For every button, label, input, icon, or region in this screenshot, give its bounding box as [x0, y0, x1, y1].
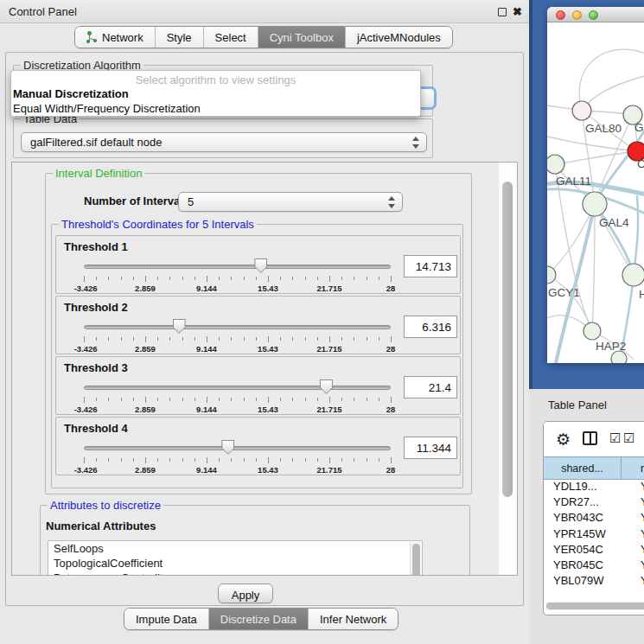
- network-edge[interactable]: [547, 137, 637, 151]
- panel-title: Control Panel: [9, 5, 77, 18]
- tab-label: jActiveMNodules: [357, 31, 441, 44]
- close-traffic-light-icon[interactable]: [556, 10, 565, 20]
- zoom-traffic-light-icon[interactable]: [589, 10, 598, 20]
- attributes-scrollbar-thumb[interactable]: [412, 544, 420, 575]
- main-vertical-scrollbar[interactable]: [499, 163, 517, 575]
- apply-button[interactable]: Apply: [218, 583, 273, 603]
- slider-thumb[interactable]: [320, 379, 333, 394]
- network-node[interactable]: [547, 155, 564, 174]
- tick-mark: [292, 337, 293, 341]
- gear-icon[interactable]: ⚙: [556, 430, 571, 450]
- table-row[interactable]: YBR043CYBR043C: [544, 511, 644, 526]
- tick-mark: [367, 337, 367, 341]
- table-data-combo-value: galFiltered.sif default node: [30, 136, 162, 149]
- tab-style[interactable]: Style: [156, 27, 204, 48]
- tick-label: 21.715: [316, 405, 341, 414]
- network-node[interactable]: [583, 322, 601, 340]
- network-node[interactable]: [547, 266, 556, 284]
- tick-mark: [157, 458, 158, 462]
- number-of-intervals-combo[interactable]: 5: [178, 192, 403, 212]
- table-hscrollbar-thumb[interactable]: [546, 603, 644, 609]
- tick-mark: [207, 397, 207, 403]
- network-edge[interactable]: [592, 204, 595, 331]
- interval-definition-group: Interval Definition Number of Intervals …: [45, 173, 472, 494]
- minimize-traffic-light-icon[interactable]: [572, 10, 582, 20]
- slider-thumb[interactable]: [254, 258, 267, 273]
- column-header[interactable]: name: [622, 456, 644, 480]
- table-row[interactable]: YBL079WYBL079W: [544, 574, 644, 590]
- tick-mark: [84, 457, 85, 463]
- table-row[interactable]: YLR345WYLR345W: [544, 590, 644, 590]
- split-table-icon[interactable]: [583, 431, 597, 445]
- tick-mark: [244, 277, 245, 280]
- attributes-list-scrollbar[interactable]: [410, 542, 421, 575]
- checked-checkbox-icon[interactable]: ☑: [623, 430, 634, 446]
- threshold-row: Threshold 4-3.4262.8599.14415.4321.71528…: [55, 417, 461, 475]
- tick-mark: [354, 458, 354, 462]
- tab-label: Style: [167, 31, 192, 44]
- table-cell: YDL19...: [544, 480, 622, 495]
- threshold-slider[interactable]: -3.4262.8599.14415.4321.71528: [84, 258, 391, 293]
- slider-track[interactable]: [84, 265, 391, 269]
- column-header[interactable]: shared...: [544, 456, 622, 480]
- algorithm-popup: Select algorithm to view settings Manual…: [10, 70, 421, 117]
- table-row[interactable]: YER054CYER054C: [544, 543, 644, 558]
- tick-mark: [244, 337, 245, 341]
- slider-thumb[interactable]: [173, 319, 186, 334]
- tick-mark: [145, 397, 146, 403]
- tab-discretize-data[interactable]: Discretize Data: [209, 609, 309, 629]
- table-row[interactable]: YBR045CYBR045C: [544, 558, 644, 574]
- threshold-value-field[interactable]: 6.316: [404, 316, 457, 338]
- table-cell: YER054C: [622, 543, 644, 558]
- algorithm-option[interactable]: Manual Discretization: [13, 87, 411, 100]
- network-node-label: HAP2: [596, 340, 626, 353]
- network-node[interactable]: [583, 192, 607, 216]
- threshold-value-field[interactable]: 21.4: [404, 376, 457, 399]
- slider-thumb[interactable]: [221, 440, 234, 455]
- list-item[interactable]: BetweennessCentrality: [48, 571, 422, 575]
- float-window-icon[interactable]: [498, 8, 507, 16]
- network-node[interactable]: [622, 264, 644, 286]
- tab-select[interactable]: Select: [204, 27, 258, 48]
- table-cell: YBR045C: [544, 558, 622, 574]
- slider-thumb-face: [255, 259, 266, 272]
- slider-track[interactable]: [84, 386, 391, 390]
- table-horizontal-scrollbar[interactable]: [545, 602, 644, 610]
- table-row[interactable]: YDR27...YDR27: [544, 495, 644, 511]
- slider-ticks: [84, 336, 391, 343]
- network-canvas[interactable]: GAL80GCGAL11GAL4HGCY1HAP2: [547, 22, 644, 363]
- close-icon[interactable]: ✖: [512, 6, 523, 17]
- checked-checkbox-icon[interactable]: ☑: [609, 430, 621, 446]
- tab-cyni-toolbox[interactable]: Cyni Toolbox: [258, 27, 346, 48]
- network-node[interactable]: [611, 351, 627, 363]
- tick-mark: [292, 277, 293, 280]
- algorithm-option[interactable]: Equal Width/Frequency Discretization: [13, 102, 411, 115]
- slider-track[interactable]: [84, 446, 391, 450]
- network-node[interactable]: [572, 101, 591, 120]
- main-scrollbar-thumb[interactable]: [502, 182, 513, 497]
- table-cell: YBR045C: [622, 558, 644, 574]
- tab-infer-network[interactable]: Infer Network: [309, 609, 398, 629]
- interval-definition-title: Interval Definition: [53, 167, 144, 180]
- threshold-slider[interactable]: -3.4262.8599.14415.4321.71528: [84, 440, 391, 475]
- tick-mark: [169, 398, 170, 401]
- threshold-slider[interactable]: -3.4262.8599.14415.4321.71528: [84, 379, 391, 414]
- numerical-attributes-list[interactable]: SelfLoopsTopologicalCoefficientBetweenne…: [48, 540, 423, 575]
- table-row[interactable]: YDL19...YDL19: [544, 480, 644, 495]
- slider-track[interactable]: [84, 325, 391, 329]
- list-item[interactable]: TopologicalCoefficient: [48, 556, 422, 571]
- tab-jactivemnodules[interactable]: jActiveMNodules: [346, 27, 452, 48]
- threshold-slider[interactable]: -3.4262.8599.14415.4321.71528: [84, 319, 391, 354]
- table-data-combo[interactable]: galFiltered.sif default node: [21, 132, 427, 152]
- network-edge-highlighted[interactable]: [634, 195, 638, 275]
- list-item[interactable]: SelfLoops: [48, 541, 422, 556]
- tick-label: 9.144: [196, 284, 217, 293]
- table-row[interactable]: YPR145WYPR145W: [544, 527, 644, 543]
- tab-network[interactable]: Network: [75, 27, 156, 48]
- tab-impute-data[interactable]: Impute Data: [124, 609, 209, 629]
- threshold-value-field[interactable]: 14.713: [404, 255, 457, 277]
- network-node-label: C: [637, 157, 644, 170]
- thresholds-group-title: Threshold's Coordinates for 5 Intervals: [59, 218, 257, 231]
- control-panel: Control Panel ✖ NetworkStyleSelectCyni T…: [0, 0, 529, 644]
- threshold-value-field[interactable]: 11.344: [404, 437, 457, 459]
